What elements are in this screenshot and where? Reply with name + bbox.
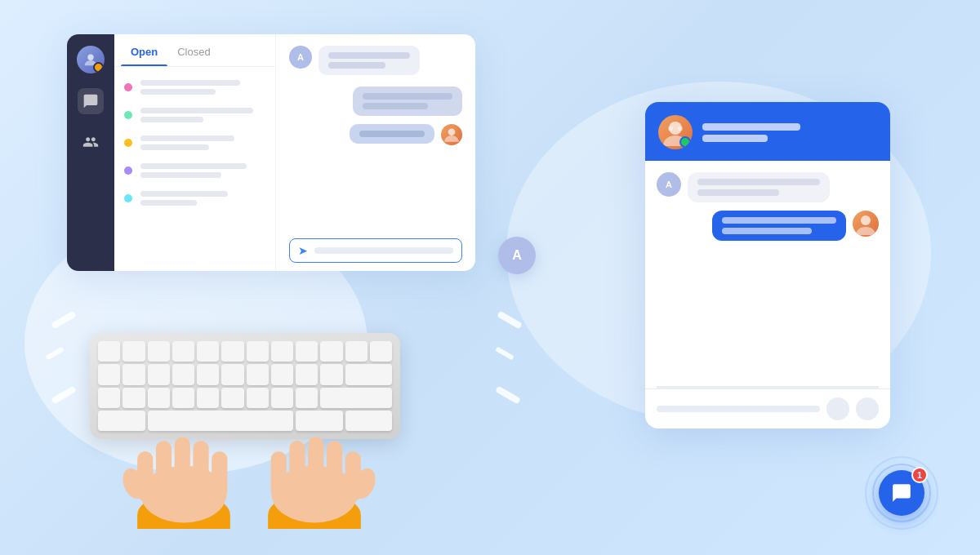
- status-dot: [124, 83, 132, 91]
- key: [345, 341, 368, 362]
- right-send-button[interactable]: [826, 397, 849, 420]
- key: [370, 341, 392, 362]
- conversation-tabs: Open Closed: [114, 34, 275, 67]
- agent-avatar-right: [658, 115, 693, 149]
- key: [247, 341, 269, 362]
- key: [247, 364, 269, 384]
- conversation-list: Open Closed: [114, 34, 276, 271]
- svg-rect-12: [271, 451, 287, 499]
- right-message-sent: [657, 211, 879, 241]
- key: [98, 341, 120, 362]
- conv-preview: [140, 135, 265, 150]
- right-panel-header: [645, 102, 890, 161]
- svg-point-0: [87, 55, 93, 60]
- right-user-avatar: A: [657, 172, 681, 197]
- sidebar-avatar-inner: [77, 46, 105, 73]
- list-item[interactable]: [114, 129, 275, 157]
- key: [122, 364, 145, 384]
- chat-widget-badge: 1: [911, 467, 928, 483]
- tab-closed[interactable]: Closed: [167, 34, 220, 66]
- conv-preview: [140, 108, 265, 122]
- key: [271, 341, 293, 362]
- list-item[interactable]: [114, 157, 275, 184]
- svg-rect-5: [156, 441, 172, 498]
- key: [345, 364, 393, 384]
- svg-rect-19: [668, 127, 673, 131]
- status-dot: [124, 139, 132, 147]
- key: [271, 364, 293, 384]
- chat-widget-button[interactable]: 1: [879, 470, 924, 516]
- key: [320, 341, 342, 362]
- conv-preview: [140, 80, 265, 95]
- svg-point-1: [448, 128, 456, 135]
- agent-avatar: [441, 124, 462, 145]
- right-agent-avatar-small: [853, 211, 879, 237]
- svg-rect-14: [308, 437, 323, 496]
- agent-name-line2: [702, 135, 768, 142]
- chat-message-sent-2: [289, 124, 462, 145]
- key: [320, 364, 342, 384]
- conv-preview: [140, 191, 265, 206]
- key: [296, 364, 318, 384]
- sidebar-contacts-icon[interactable]: [78, 129, 104, 155]
- chat-message-received: A: [289, 46, 462, 75]
- key: [122, 341, 145, 362]
- key: [221, 341, 243, 362]
- left-hand: [114, 423, 253, 529]
- right-hand: [245, 423, 384, 529]
- svg-rect-15: [327, 441, 342, 498]
- list-item[interactable]: [114, 73, 275, 101]
- list-item[interactable]: [114, 101, 275, 129]
- chat-bubble-agent: [350, 124, 434, 144]
- send-button[interactable]: ➤: [298, 244, 308, 257]
- sidebar-avatar: [77, 46, 105, 73]
- keyboard-area: [90, 309, 408, 521]
- list-item[interactable]: [114, 184, 275, 212]
- conv-preview: [140, 163, 265, 178]
- chat-input-field[interactable]: [314, 247, 453, 254]
- key: [197, 364, 219, 384]
- key: [148, 364, 170, 384]
- tab-open[interactable]: Open: [121, 34, 167, 66]
- right-mobile-panel: A: [645, 102, 890, 428]
- status-dot: [124, 166, 132, 175]
- slash-5: [495, 346, 514, 360]
- chat-bubble: [318, 46, 420, 75]
- status-dot: [124, 194, 132, 202]
- right-bubble-sent: [712, 211, 846, 241]
- key: [172, 341, 194, 362]
- right-attach-button[interactable]: [856, 397, 879, 420]
- right-input-field[interactable]: [657, 406, 820, 412]
- chat-area: A ➤: [276, 34, 475, 271]
- chat-bubble-sent: [353, 87, 462, 116]
- slash-4: [497, 311, 523, 330]
- left-chat-panel: Open Closed: [67, 34, 475, 271]
- right-chat-area: A: [645, 161, 890, 386]
- sidebar-chat-icon[interactable]: [78, 88, 104, 114]
- key: [296, 341, 318, 362]
- sender-avatar: A: [289, 46, 312, 69]
- svg-point-21: [861, 215, 871, 225]
- status-dot: [124, 111, 132, 119]
- chat-message-sent: [289, 87, 462, 116]
- right-input-area[interactable]: [645, 388, 890, 428]
- svg-rect-20: [678, 127, 683, 131]
- sidebar: [67, 34, 114, 271]
- conversation-items: [114, 67, 275, 271]
- hands-area: [98, 398, 392, 529]
- key: [172, 364, 194, 384]
- key: [197, 341, 219, 362]
- svg-rect-8: [212, 451, 227, 499]
- slash-6: [495, 386, 521, 405]
- a-avatar-circle: A: [498, 237, 536, 274]
- agent-name-area: [702, 123, 800, 142]
- svg-rect-13: [289, 441, 305, 496]
- svg-rect-6: [175, 437, 190, 496]
- svg-rect-7: [193, 441, 208, 496]
- key: [98, 364, 120, 384]
- key: [221, 364, 243, 384]
- chat-widget-ring2: [865, 456, 938, 530]
- a-label: A: [512, 248, 522, 263]
- chat-input-area[interactable]: ➤: [289, 238, 462, 263]
- right-bubble-received: [688, 172, 830, 202]
